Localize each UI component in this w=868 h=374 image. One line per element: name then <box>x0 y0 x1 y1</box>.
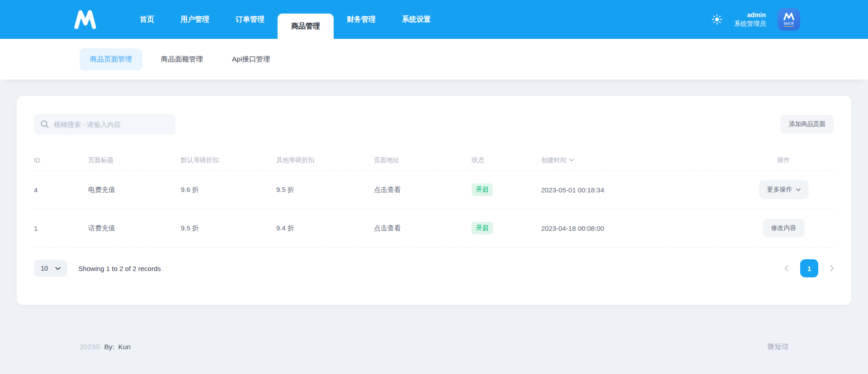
search-icon <box>40 120 49 129</box>
footer-brand: 微短信 <box>768 342 789 351</box>
nav-item-home[interactable]: 首页 <box>127 0 167 39</box>
cell-title: 话费充值 <box>88 224 181 233</box>
col-header-created: 创建时间 <box>541 156 566 164</box>
table-row: 4 电费充值 9.6 折 9.5 折 点击查看 开启 2023-05-01 00… <box>34 171 834 209</box>
col-header-id: ID <box>34 157 88 164</box>
product-pages-table: ID 页面标题 默认等级折扣 其他等级折扣 页面地址 状态 创建时间 操作 4 … <box>34 150 834 248</box>
add-product-page-button[interactable]: 添加商品页面 <box>780 115 834 134</box>
cell-other-discount: 9.5 折 <box>276 186 374 194</box>
chevron-down-icon <box>55 267 61 270</box>
theme-toggle-button[interactable] <box>712 14 722 25</box>
search-input[interactable] <box>54 121 169 128</box>
page-size-value: 10 <box>41 265 48 272</box>
brand-logo[interactable] <box>73 0 97 39</box>
cell-default-discount: 9.6 折 <box>181 186 276 194</box>
avatar[interactable]: 微短信 <box>778 8 800 31</box>
sub-nav: 商品页面管理 商品面额管理 Api接口管理 <box>0 39 868 79</box>
header-right: admin 系统管理员 微短信 <box>712 0 800 39</box>
footer-author: By: Kun <box>104 343 131 351</box>
search-box[interactable] <box>34 114 175 135</box>
edit-content-button[interactable]: 修改内容 <box>763 219 805 238</box>
user-meta: admin 系统管理员 <box>734 11 766 28</box>
page-number-button[interactable]: 1 <box>800 259 818 277</box>
subnav-item-product-pages[interactable]: 商品页面管理 <box>80 48 142 70</box>
table-header-row: ID 页面标题 默认等级折扣 其他等级折扣 页面地址 状态 创建时间 操作 <box>34 150 834 171</box>
chevron-down-icon <box>796 188 801 191</box>
avatar-m-icon <box>783 12 795 20</box>
nav-item-orders[interactable]: 订单管理 <box>222 0 278 39</box>
cell-default-discount: 9.5 折 <box>181 224 276 233</box>
user-name: admin <box>734 11 766 19</box>
subnav-item-denominations[interactable]: 商品面额管理 <box>151 48 213 70</box>
more-actions-label: 更多操作 <box>767 186 793 194</box>
avatar-caption: 微短信 <box>784 21 794 27</box>
edit-content-label: 修改内容 <box>771 224 797 232</box>
col-header-page-link: 页面地址 <box>374 156 472 164</box>
chevron-right-icon <box>830 265 834 271</box>
page-footer: 2023© By: Kun 微短信 <box>80 342 788 351</box>
next-page-button[interactable] <box>830 265 834 271</box>
user-role: 系统管理员 <box>734 19 766 28</box>
col-header-title: 页面标题 <box>88 156 181 164</box>
top-header: 首页 用户管理 订单管理 商品管理 财务管理 系统设置 admin <box>0 0 868 39</box>
status-badge: 开启 <box>472 183 493 196</box>
col-header-default-discount: 默认等级折扣 <box>181 156 276 164</box>
chevron-left-icon <box>784 265 788 271</box>
col-header-actions: 操作 <box>733 156 834 164</box>
records-summary: Showing 1 to 2 of 2 records <box>78 265 161 272</box>
more-actions-button[interactable]: 更多操作 <box>759 180 809 199</box>
cell-page-link[interactable]: 点击查看 <box>374 186 472 194</box>
logo-m-icon <box>73 10 97 29</box>
col-header-created-sort[interactable]: 创建时间 <box>541 156 574 164</box>
content-card: 添加商品页面 ID 页面标题 默认等级折扣 其他等级折扣 页面地址 状态 创建时… <box>17 96 851 305</box>
cell-created: 2023-05-01 00:18:34 <box>541 186 733 194</box>
nav-item-finance[interactable]: 财务管理 <box>334 0 389 39</box>
pagination-bar: 10 Showing 1 to 2 of 2 records 1 <box>34 259 834 277</box>
cell-page-link[interactable]: 点击查看 <box>374 224 472 233</box>
nav-item-users[interactable]: 用户管理 <box>167 0 222 39</box>
table-row: 1 话费充值 9.5 折 9.4 折 点击查看 开启 2023-04-18 00… <box>34 209 834 248</box>
nav-item-settings[interactable]: 系统设置 <box>389 0 444 39</box>
cell-created: 2023-04-18 00:08:00 <box>541 224 733 232</box>
cell-id: 1 <box>34 224 88 232</box>
col-header-other-discount: 其他等级折扣 <box>276 156 374 164</box>
footer-copyright: 2023© By: Kun <box>80 343 131 351</box>
status-badge: 开启 <box>472 222 493 234</box>
page-size-select[interactable]: 10 <box>34 260 67 277</box>
nav-item-products[interactable]: 商品管理 <box>278 14 334 39</box>
prev-page-button[interactable] <box>784 265 788 271</box>
col-header-status: 状态 <box>472 156 541 164</box>
sun-icon <box>712 14 722 25</box>
cell-title: 电费充值 <box>88 186 181 194</box>
main-nav: 首页 用户管理 订单管理 商品管理 财务管理 系统设置 <box>127 0 444 39</box>
sort-chevron-down-icon <box>569 159 574 162</box>
subnav-item-api[interactable]: Api接口管理 <box>222 48 280 70</box>
footer-year: 2023© <box>80 343 100 351</box>
cell-id: 4 <box>34 186 88 194</box>
cell-other-discount: 9.4 折 <box>276 224 374 233</box>
toolbar: 添加商品页面 <box>34 114 834 135</box>
